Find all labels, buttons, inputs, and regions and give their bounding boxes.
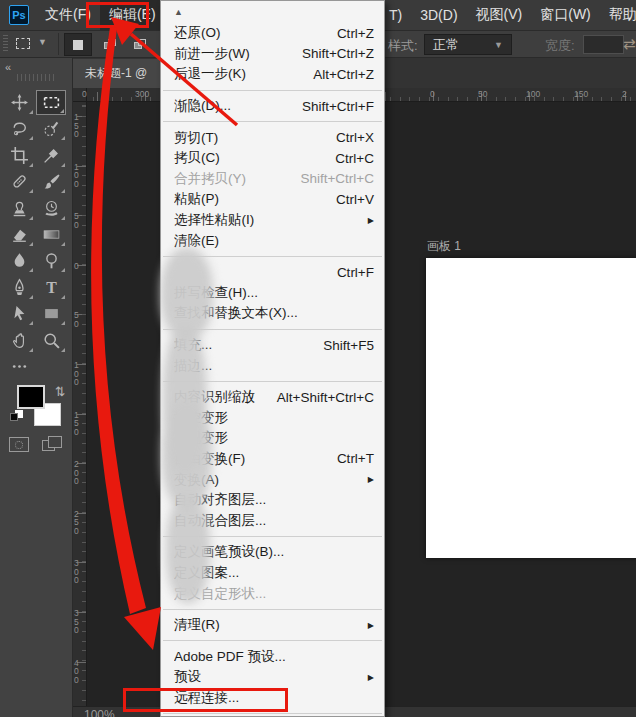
menu-item[interactable]: 自动对齐图层... bbox=[161, 490, 384, 511]
tool-preset-chevron-down-icon[interactable]: ▼ bbox=[38, 37, 47, 47]
menu-item[interactable]: Ctrl+F bbox=[161, 262, 384, 283]
menu-item-label: 描边... bbox=[174, 357, 212, 375]
menu-item[interactable]: 清除(E) bbox=[161, 230, 384, 251]
ruler-tick-label: 100 bbox=[74, 361, 83, 387]
dodge-tool[interactable] bbox=[36, 248, 66, 273]
submenu-arrow-icon: ▶ bbox=[368, 216, 374, 225]
menu-item-label: 渐隐(D)... bbox=[174, 97, 231, 115]
menu-item[interactable]: 还原(O)Ctrl+Z bbox=[161, 23, 384, 44]
eyedropper-tool[interactable] bbox=[36, 143, 66, 168]
collapse-panel-icon[interactable]: « bbox=[5, 61, 9, 73]
spot-healing-tool[interactable] bbox=[4, 169, 34, 194]
menu-separator bbox=[161, 85, 384, 96]
ruler-tick-label: 100 bbox=[526, 89, 540, 99]
zoom-tool[interactable] bbox=[36, 328, 66, 353]
menu-item[interactable]: 粘贴(P)Ctrl+V bbox=[161, 189, 384, 210]
menu-item[interactable]: 透视变形 bbox=[161, 428, 384, 449]
width-input[interactable] bbox=[583, 35, 624, 54]
style-select[interactable]: 正常 ▼ bbox=[424, 34, 512, 55]
menu-item[interactable]: 自动混合图层... bbox=[161, 510, 384, 531]
menu-item-label: 自动混合图层... bbox=[174, 512, 266, 530]
options-bar-grip[interactable] bbox=[3, 35, 8, 53]
tool-flyout-icon bbox=[29, 321, 33, 325]
menu-item[interactable]: Adobe PDF 预设... bbox=[161, 646, 384, 667]
menu-item-shortcut: Shift+F5 bbox=[323, 338, 374, 353]
menu-item-label: 填充... bbox=[174, 336, 212, 354]
ruler-tick-label: 50 bbox=[74, 212, 83, 229]
menu-item[interactable]: 选择性粘贴(I)▶ bbox=[161, 210, 384, 231]
menu-item[interactable]: 内容识别缩放Alt+Shift+Ctrl+C bbox=[161, 387, 384, 408]
tool-flyout-icon bbox=[61, 163, 65, 167]
eraser-tool[interactable] bbox=[4, 222, 34, 247]
menu-help[interactable]: 帮助(H) bbox=[600, 0, 636, 30]
gradient-tool[interactable] bbox=[36, 222, 66, 247]
menu-item[interactable]: 清理(R)▶ bbox=[161, 615, 384, 636]
quick-selection-tool[interactable] bbox=[36, 116, 66, 141]
menu-item[interactable]: 描边... bbox=[161, 355, 384, 376]
lasso-tool[interactable] bbox=[4, 116, 34, 141]
tools-panel-grip[interactable] bbox=[17, 74, 55, 81]
menu-item[interactable]: 渐隐(D)...Shift+Ctrl+F bbox=[161, 96, 384, 117]
menu-item[interactable]: 变换(A)▶ bbox=[161, 469, 384, 490]
default-colors-icon[interactable] bbox=[10, 410, 25, 424]
new-selection-button[interactable] bbox=[64, 33, 92, 56]
edit-toolbar-ellipsis[interactable] bbox=[4, 354, 34, 379]
menu-item-label: 预设 bbox=[174, 668, 201, 686]
foreground-color-swatch[interactable] bbox=[17, 385, 45, 409]
menu-item[interactable]: 填充...Shift+F5 bbox=[161, 335, 384, 356]
menu-item[interactable]: 预设▶ bbox=[161, 667, 384, 688]
menu-item[interactable]: 自由变换(F)Ctrl+T bbox=[161, 449, 384, 470]
subtract-from-selection-icon bbox=[134, 39, 146, 50]
ruler-tick-label: 0 bbox=[430, 89, 435, 99]
tool-flyout-icon bbox=[29, 268, 33, 272]
menu-item[interactable]: 拷贝(C)Ctrl+C bbox=[161, 148, 384, 169]
ruler-tick-label: 250 bbox=[74, 510, 83, 536]
rect-marquee-tool[interactable] bbox=[36, 90, 66, 115]
menu-item[interactable]: 拼写检查(H)... bbox=[161, 283, 384, 304]
menu-separator bbox=[161, 116, 384, 127]
menu-edit[interactable]: 编辑(E) bbox=[100, 0, 165, 30]
menu-item[interactable]: 定义图案... bbox=[161, 563, 384, 584]
menu-item-label: Adobe PDF 预设... bbox=[174, 648, 286, 666]
menu-item-shortcut: Alt+Shift+Ctrl+C bbox=[277, 390, 374, 405]
menu-scroll-up[interactable]: ▲ bbox=[161, 1, 384, 23]
tool-flyout-icon bbox=[60, 109, 64, 113]
artboard-canvas[interactable] bbox=[426, 258, 636, 558]
menu-separator bbox=[161, 604, 384, 615]
move-tool[interactable] bbox=[4, 90, 34, 115]
menu-item[interactable]: 后退一步(K)Alt+Ctrl+Z bbox=[161, 64, 384, 85]
menu-window[interactable]: 窗口(W) bbox=[531, 0, 600, 30]
tool-preset-marquee-icon[interactable] bbox=[16, 38, 30, 49]
crop-tool[interactable] bbox=[4, 143, 34, 168]
menu-3d[interactable]: 3D(D) bbox=[411, 0, 466, 30]
menu-view[interactable]: 视图(V) bbox=[467, 0, 532, 30]
history-brush-tool[interactable] bbox=[36, 196, 66, 221]
menu-separator bbox=[161, 708, 384, 717]
swap-dimensions-icon[interactable]: ⇄ bbox=[623, 35, 636, 53]
add-to-selection-button[interactable] bbox=[96, 33, 124, 56]
menu-file[interactable]: 文件(F) bbox=[36, 0, 100, 30]
menu-item[interactable]: 定义画笔预设(B)... bbox=[161, 542, 384, 563]
screen-mode-button[interactable] bbox=[42, 436, 64, 453]
hand-tool[interactable] bbox=[4, 328, 34, 353]
menu-item-remote-connect[interactable]: 远程连接... bbox=[161, 688, 384, 709]
menu-item[interactable]: 合并拷贝(Y)Shift+Ctrl+C bbox=[161, 169, 384, 190]
subtract-from-selection-button[interactable] bbox=[126, 33, 154, 56]
type-tool[interactable]: T bbox=[36, 275, 66, 300]
swap-colors-icon[interactable]: ⇄ bbox=[53, 386, 68, 397]
quick-mask-button[interactable] bbox=[9, 437, 29, 452]
menu-item[interactable]: 定义自定形状... bbox=[161, 583, 384, 604]
menu-item-label: 清理(R) bbox=[174, 616, 220, 634]
menu-item[interactable]: 操控变形 bbox=[161, 408, 384, 429]
path-selection-tool[interactable] bbox=[4, 301, 34, 326]
blur-tool[interactable] bbox=[4, 248, 34, 273]
shape-tool[interactable] bbox=[36, 301, 66, 326]
menu-item[interactable]: 前进一步(W)Shift+Ctrl+Z bbox=[161, 44, 384, 65]
clone-stamp-tool[interactable] bbox=[4, 196, 34, 221]
add-to-selection-icon bbox=[104, 39, 116, 50]
pen-tool[interactable] bbox=[4, 275, 34, 300]
brush-tool[interactable] bbox=[36, 169, 66, 194]
menu-item[interactable]: 剪切(T)Ctrl+X bbox=[161, 127, 384, 148]
tool-flyout-icon bbox=[61, 242, 65, 246]
menu-item[interactable]: 查找和替换文本(X)... bbox=[161, 303, 384, 324]
